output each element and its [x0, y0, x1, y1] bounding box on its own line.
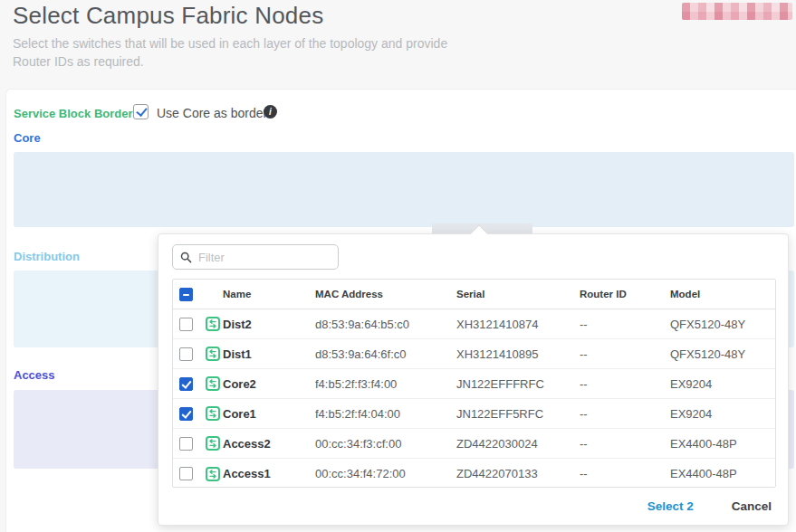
switch-table: Name MAC Address Serial Router ID Model …	[172, 279, 776, 488]
table-row[interactable]: Dist1 d8:53:9a:64:6f:c0 XH3121410895 -- …	[173, 339, 775, 369]
switch-icon	[206, 376, 220, 391]
switch-name: Access1	[223, 467, 271, 480]
row-checkbox[interactable]	[179, 407, 193, 421]
switch-mac: d8:53:9a:64:6f:c0	[315, 347, 456, 361]
use-core-as-border-checkbox[interactable]	[133, 104, 149, 119]
select-all-checkbox[interactable]	[179, 288, 193, 301]
redacted-account-text	[682, 3, 792, 20]
table-row[interactable]: Access2 00:cc:34:f3:cf:00 ZD4422030024 -…	[173, 429, 775, 459]
row-checkbox[interactable]	[179, 318, 193, 331]
switch-serial: JN122EFFFRFC	[456, 377, 580, 391]
column-header-serial[interactable]: Serial	[456, 289, 580, 299]
switch-serial: ZD4422070133	[456, 467, 580, 480]
switch-serial: ZD4422030024	[456, 437, 580, 451]
switch-name: Core1	[223, 407, 256, 421]
switch-router-id: --	[580, 347, 670, 361]
filter-field[interactable]	[172, 244, 339, 270]
cancel-button[interactable]: Cancel	[732, 499, 772, 513]
switch-router-id: --	[580, 407, 670, 421]
table-row[interactable]: Core2 f4:b5:2f:f3:f4:00 JN122EFFFRFC -- …	[173, 369, 775, 399]
switch-icon	[206, 347, 220, 361]
switch-router-id: --	[580, 377, 670, 391]
row-checkbox[interactable]	[179, 377, 193, 391]
switch-select-popover: Name MAC Address Serial Router ID Model …	[158, 233, 789, 526]
switch-name: Dist2	[223, 318, 252, 331]
column-header-mac[interactable]: MAC Address	[315, 289, 456, 299]
switch-icon	[206, 436, 220, 451]
row-checkbox[interactable]	[179, 467, 193, 480]
switch-table-header: Name MAC Address Serial Router ID Model	[173, 280, 775, 309]
row-checkbox[interactable]	[179, 347, 193, 361]
column-header-router-id[interactable]: Router ID	[580, 289, 670, 299]
table-row[interactable]: Access1 00:cc:34:f4:72:00 ZD4422070133 -…	[173, 459, 775, 488]
switch-mac: f4:b5:2f:f4:04:00	[315, 407, 456, 421]
switch-model: EX4400-48P	[670, 437, 775, 451]
switch-model: QFX5120-48Y	[670, 318, 775, 331]
switch-router-id: --	[580, 437, 670, 451]
switch-mac: f4:b5:2f:f3:f4:00	[315, 377, 456, 391]
search-icon	[180, 252, 192, 263]
page-subtitle-line1: Select the switches that will be used in…	[13, 36, 447, 51]
service-block-border-label: Service Block Border	[14, 107, 133, 120]
switch-mac: 00:cc:34:f3:cf:00	[315, 437, 456, 451]
switch-model: QFX5120-48Y	[670, 347, 775, 361]
switch-mac: 00:cc:34:f4:72:00	[315, 467, 456, 480]
screen: Select Campus Fabric Nodes Select the sw…	[0, 0, 796, 532]
select-confirm-button[interactable]: Select 2	[647, 499, 694, 513]
filter-input[interactable]	[198, 251, 331, 264]
access-section-label: Access	[14, 368, 55, 382]
table-row[interactable]: Dist2 d8:53:9a:64:b5:c0 XH3121410874 -- …	[173, 309, 775, 339]
switch-router-id: --	[580, 467, 670, 480]
switch-serial: JN122EFF5RFC	[456, 407, 580, 421]
switch-icon	[206, 317, 220, 331]
info-icon[interactable]: i	[264, 105, 277, 119]
switch-serial: XH3121410895	[456, 347, 580, 361]
core-layer-dropzone[interactable]: Select Switches	[14, 152, 794, 227]
core-section-label: Core	[14, 131, 41, 145]
table-row[interactable]: Core1 f4:b5:2f:f4:04:00 JN122EFF5RFC -- …	[173, 399, 775, 429]
switch-name: Dist1	[223, 347, 252, 361]
distribution-section-label: Distribution	[14, 250, 80, 263]
row-checkbox[interactable]	[179, 437, 193, 451]
column-header-model[interactable]: Model	[670, 289, 775, 299]
page-title: Select Campus Fabric Nodes	[13, 2, 323, 30]
switch-router-id: --	[580, 318, 670, 331]
switch-icon	[206, 406, 220, 421]
page-header: Select Campus Fabric Nodes Select the sw…	[0, 0, 796, 89]
switch-name: Access2	[223, 437, 271, 451]
popover-footer: Select 2 Cancel	[158, 487, 788, 525]
switch-icon	[206, 467, 220, 481]
switch-model: EX9204	[670, 407, 775, 421]
switch-mac: d8:53:9a:64:b5:c0	[315, 318, 456, 331]
page-subtitle-line2: Router IDs as required.	[13, 54, 144, 69]
switch-table-body: Dist2 d8:53:9a:64:b5:c0 XH3121410874 -- …	[173, 309, 775, 488]
switch-serial: XH3121410874	[456, 318, 580, 331]
switch-model: EX9204	[670, 377, 775, 391]
switch-name: Core2	[223, 377, 256, 391]
fabric-nodes-panel: Service Block Border Use Core as border …	[5, 89, 796, 532]
switch-model: EX4400-48P	[670, 467, 775, 480]
use-core-as-border-label: Use Core as border	[157, 106, 267, 120]
column-header-name[interactable]: Name	[206, 289, 315, 299]
